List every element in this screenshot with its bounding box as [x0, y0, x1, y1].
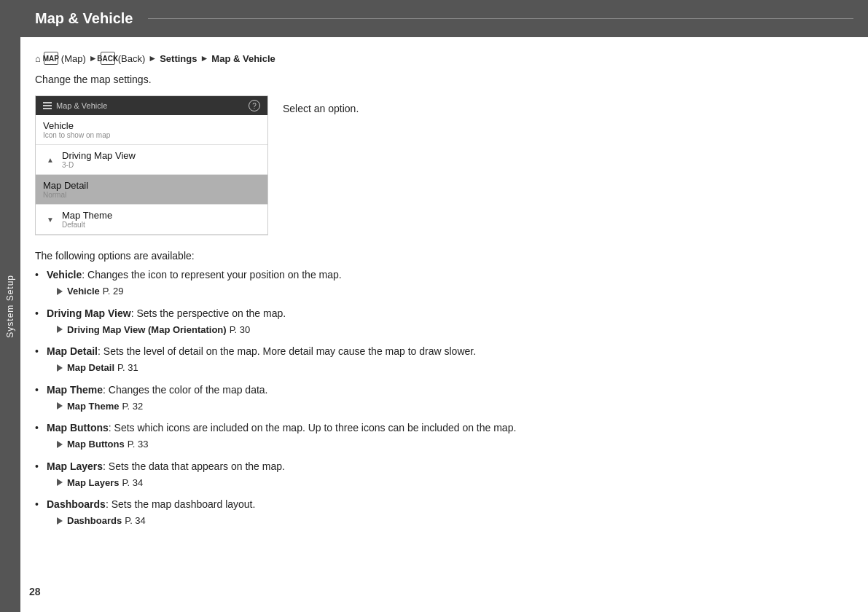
header-divider [148, 18, 854, 19]
breadcrumb-arrow-2: ► [148, 53, 157, 63]
sidebar-label: System Setup [5, 275, 15, 338]
ref-arrow-icon [57, 517, 63, 525]
breadcrumb-map-label: (Map) [61, 53, 86, 64]
list-item: Dashboards: Sets the map dashboard layou… [35, 497, 839, 528]
sidebar: System Setup [0, 0, 20, 612]
list-item: Driving Map View: Sets the perspective o… [35, 306, 839, 337]
screen-header: Map & Vehicle ? [36, 96, 267, 115]
options-intro: The following options are available: [35, 250, 839, 262]
sub-ref: Dashboards P. 34 [47, 514, 839, 528]
scroll-down-indicator: ▼ [43, 216, 58, 224]
hamburger-icon [43, 102, 52, 109]
ref-arrow-icon [57, 364, 63, 372]
breadcrumb-arrow-1: ► [89, 53, 98, 63]
sub-ref: Map Detail P. 31 [47, 361, 839, 375]
map-icon-label: MAP [43, 55, 59, 63]
sub-ref: Map Buttons P. 33 [47, 437, 839, 452]
breadcrumb-arrow-3: ► [200, 53, 208, 63]
page-content: ⌂ MAP (Map) ► BACK (Back) ► Settings ► M… [20, 37, 868, 550]
ref-arrow-icon [57, 288, 63, 295]
breadcrumb: ⌂ MAP (Map) ► BACK (Back) ► Settings ► M… [35, 52, 839, 65]
menu-item-map-theme[interactable]: ▼ Map Theme Default [36, 205, 267, 235]
menu-item-vehicle[interactable]: Vehicle Icon to show on map [36, 115, 267, 145]
back-icon-label: BACK [97, 55, 118, 63]
main-content: Map & Vehicle ⌂ MAP (Map) ► BACK (Back) … [20, 0, 868, 612]
sub-ref: Vehicle P. 29 [47, 284, 839, 299]
screen-header-left: Map & Vehicle [43, 101, 107, 110]
ref-arrow-icon [57, 326, 63, 333]
map-icon-box: MAP [44, 52, 58, 65]
breadcrumb-back-label: (Back) [118, 53, 146, 64]
help-icon[interactable]: ? [249, 100, 260, 111]
list-item: Map Theme: Changes the color of the map … [35, 382, 839, 414]
back-icon-box: BACK [101, 52, 115, 65]
scroll-up-indicator: ▲ [43, 156, 58, 164]
screen-title: Map & Vehicle [56, 101, 107, 110]
ref-arrow-icon [57, 479, 63, 486]
list-item: Vehicle: Changes the icon to represent y… [35, 267, 839, 299]
sub-ref: Map Layers P. 34 [47, 476, 839, 490]
list-item: Map Detail: Sets the level of detail on … [35, 344, 839, 375]
sub-ref: Driving Map View (Map Orientation) P. 30 [47, 323, 839, 337]
breadcrumb-settings: Settings [160, 53, 197, 64]
list-item: Map Layers: Sets the data that appears o… [35, 459, 839, 490]
options-list: Vehicle: Changes the icon to represent y… [35, 267, 839, 528]
menu-item-map-detail[interactable]: Map Detail Normal [36, 175, 267, 205]
ref-arrow-icon [57, 441, 63, 448]
select-option-text: Select an option. [283, 95, 359, 114]
page-header: Map & Vehicle [20, 0, 868, 37]
home-icon: ⌂ [35, 53, 41, 64]
screen-mockup: Map & Vehicle ? Vehicle Icon to show on … [35, 95, 268, 235]
page-title: Map & Vehicle [35, 10, 133, 27]
ref-arrow-icon [57, 402, 63, 409]
breadcrumb-current: Map & Vehicle [211, 53, 275, 64]
list-item: Map Buttons: Sets which icons are includ… [35, 420, 839, 452]
menu-item-driving-map-view[interactable]: ▲ Driving Map View 3-D [36, 145, 267, 175]
intro-text: Change the map settings. [35, 74, 839, 85]
page-number: 28 [29, 586, 41, 597]
sub-ref: Map Theme P. 32 [47, 399, 839, 414]
content-row: Map & Vehicle ? Vehicle Icon to show on … [35, 95, 839, 235]
